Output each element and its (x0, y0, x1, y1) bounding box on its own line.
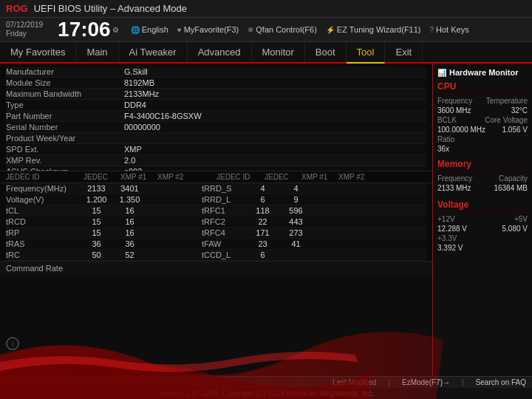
jedec-col-xmp2-left: XMP #2 (157, 173, 194, 181)
jedec-col-xmp2-right: XMP #2 (338, 173, 375, 181)
hw-mem-capacity-value: 16384 MB (494, 184, 528, 192)
tccdl-v1: 6 (246, 250, 279, 259)
svg-text:i: i (12, 340, 13, 348)
nav-ai-tweaker[interactable]: Ai Tweaker (119, 42, 188, 62)
jedec-col-id-right: JEDEC ID (216, 173, 265, 181)
memory-info-table: Manufacturer G.Skill Module Size 8192MB … (0, 64, 432, 171)
hw-mem-frequency-value: 2133 MHz (437, 184, 471, 192)
tfaw-label: tFAW (202, 239, 246, 248)
ez-tuning-button[interactable]: ⚡ EZ Tuning Wizard(F11) (326, 25, 421, 34)
mem-product-week-label: Product Week/Year (6, 134, 124, 143)
jedec-trc-row: tRC 50 52 tCCD_L 6 (6, 250, 426, 261)
language-label: English (142, 25, 168, 34)
tcl-jedec: 15 (80, 206, 113, 215)
hw-5v-value: 5.080 V (502, 225, 528, 233)
freq-label: Frequency(MHz) (6, 184, 80, 193)
nav-advanced[interactable]: Advanced (188, 42, 252, 62)
hw-mem-values: 2133 MHz 16384 MB (437, 184, 528, 192)
tfaw-v1: 23 (246, 239, 279, 248)
version-bar: Version 2.17.1246. Copyright (C) 2019 Am… (0, 388, 532, 399)
hw-bclk-label: BCLK (437, 116, 457, 124)
tfaw-v2: 41 (279, 239, 313, 248)
mem-type-row: Type DDR4 (6, 100, 426, 111)
hw-ratio-label: Ratio (437, 135, 528, 143)
qfan-button[interactable]: ❄ Qfan Control(F6) (248, 25, 317, 34)
hw-12v-value: 12.288 V (437, 225, 467, 233)
trrdl-v1: 6 (246, 195, 279, 204)
jedec-col-jedec-right: JEDEC (265, 173, 301, 181)
mem-manufacturer-label: Manufacturer (6, 67, 124, 76)
search-faq-button[interactable]: Search on FAQ (476, 378, 526, 386)
nav-my-favorites[interactable]: My Favorites (0, 42, 76, 62)
ez-tuning-label: EZ Tuning Wizard(F11) (337, 25, 421, 34)
bottom-bar: Last Modified | EzMode(F7)→ | Search on … (0, 376, 532, 388)
hw-memory-section: Memory Frequency Capacity 2133 MHz 16384… (437, 159, 528, 194)
jedec-tras-row: tRAS 36 36 tFAW 23 41 (6, 239, 426, 250)
nav-main[interactable]: Main (76, 42, 118, 62)
jedec-col-jedec-left: JEDEC (83, 173, 120, 181)
info-icon[interactable]: i (6, 337, 19, 352)
last-modified-label: Last Modified (332, 378, 376, 386)
hw-cpu-freq-temp-values: 3600 MHz 32°C (437, 106, 528, 115)
hw-cpu-temperature-value: 32°C (511, 106, 528, 115)
mem-part-number-value: F4-3400C16-8GSXW (124, 112, 202, 120)
hw-monitor-icon: 📊 (437, 69, 446, 77)
nav-tool[interactable]: Tool (347, 42, 386, 64)
nav-boot[interactable]: Boot (305, 42, 347, 62)
mem-manufacturer-value: G.Skill (124, 67, 148, 76)
mem-xmp-rev-value: 2.0 (124, 156, 135, 165)
navigation-bar: My Favorites Main Ai Tweaker Advanced Mo… (0, 42, 532, 64)
mem-serial-number-value: 00000000 (124, 123, 160, 132)
freq-jedec: 2133 (80, 184, 113, 193)
hw-cpu-freq-temp-labels: Frequency Temperature (437, 97, 528, 105)
hw-temperature-label: Temperature (486, 97, 528, 105)
trfc4-v1: 171 (246, 228, 279, 237)
myfavorite-button[interactable]: ♥ MyFavorite(F3) (177, 25, 239, 34)
mem-max-bandwidth-value: 2133MHz (124, 89, 159, 98)
hw-12v-5v-labels: +12V +5V (437, 215, 528, 223)
trfc2-label: tRFC2 (202, 217, 246, 226)
hw-cpu-title: CPU (437, 81, 528, 94)
command-rate-label: Command Rate (6, 264, 63, 273)
nav-exit[interactable]: Exit (385, 42, 423, 62)
trrds-v1: 4 (246, 184, 279, 193)
nav-monitor[interactable]: Monitor (252, 42, 305, 62)
language-selector[interactable]: 🌐 English (131, 25, 168, 34)
command-rate-row: Command Rate (0, 261, 432, 275)
trrdl-v2: 9 (279, 195, 313, 204)
hw-voltage-section: Voltage +12V +5V 12.288 V 5.080 V +3.3V … (437, 200, 528, 253)
jedec-voltage-row: Voltage(V) 1.200 1.350 tRRD_L 6 9 (6, 194, 426, 205)
ez-mode-button[interactable]: EzMode(F7)→ (402, 378, 450, 386)
trfc4-label: tRFC4 (202, 228, 246, 237)
mem-type-value: DDR4 (124, 100, 146, 109)
jedec-data-rows: Frequency(MHz) 2133 3401 tRRD_S 4 4 Volt… (0, 183, 432, 261)
left-panel: Manufacturer G.Skill Module Size 8192MB … (0, 64, 432, 376)
hardware-monitor-panel: 📊 Hardware Monitor CPU Frequency Tempera… (432, 64, 532, 376)
trfc2-v1: 22 (246, 217, 279, 226)
tccdl-label: tCCD_L (202, 250, 246, 259)
tcl-xmp1: 16 (113, 206, 146, 215)
hw-monitor-title: 📊 Hardware Monitor (437, 68, 528, 77)
mem-serial-number-label: Serial Number (6, 123, 124, 132)
jedec-header-area: JEDEC ID JEDEC XMP #1 XMP #2 JEDEC ID JE… (0, 171, 432, 183)
jedec-col-xmp1-right: XMP #1 (301, 173, 338, 181)
hot-keys-icon: ? (430, 26, 434, 34)
jedec-frequency-row: Frequency(MHz) 2133 3401 tRRD_S 4 4 (6, 183, 426, 194)
ez-tuning-icon: ⚡ (326, 26, 335, 34)
freq-xmp1: 3401 (113, 184, 146, 193)
hw-ratio-row: Ratio 36x (437, 135, 528, 153)
hw-33v-label: +3.3V (437, 234, 457, 242)
main-area: Manufacturer G.Skill Module Size 8192MB … (0, 64, 532, 376)
hw-core-voltage-label: Core Voltage (485, 116, 528, 124)
hw-5v-label: +5V (514, 215, 528, 223)
mem-xmp-rev-label: XMP Rev. (6, 156, 124, 165)
language-icon: 🌐 (131, 26, 140, 34)
separator-1: | (388, 378, 390, 386)
trfc4-v2: 273 (279, 228, 313, 237)
time-gear-icon[interactable]: ⚙ (112, 26, 119, 34)
trrds-label: tRRD_S (202, 184, 246, 193)
hot-keys-button[interactable]: ? Hot Keys (430, 25, 469, 34)
trfc1-v1: 118 (246, 206, 279, 215)
jedec-trp-row: tRP 15 16 tRFC4 171 273 (6, 228, 426, 239)
favorite-icon: ♥ (177, 26, 182, 34)
